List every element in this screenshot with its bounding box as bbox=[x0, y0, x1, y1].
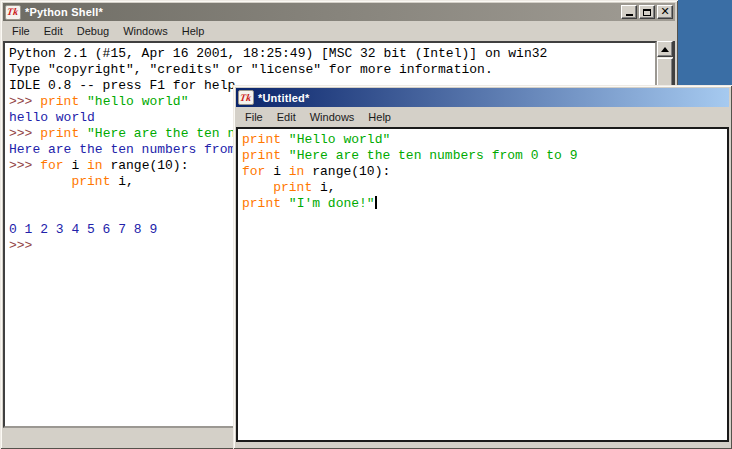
code-token: for bbox=[40, 158, 63, 173]
shell-menu-file[interactable]: File bbox=[5, 23, 37, 39]
close-button[interactable]: ✕ bbox=[657, 5, 673, 19]
editor-menu-file[interactable]: File bbox=[238, 109, 270, 125]
code-token: print bbox=[242, 132, 281, 147]
code-line: print "Hello world" bbox=[242, 132, 727, 148]
code-token: for bbox=[242, 164, 265, 179]
code-token: >>> bbox=[9, 126, 40, 141]
code-token bbox=[281, 148, 289, 163]
code-token: print bbox=[242, 148, 281, 163]
shell-menubar: File Edit Debug Windows Help bbox=[3, 21, 675, 41]
editor-titlebar[interactable]: Tk *Untitled* bbox=[236, 88, 729, 107]
code-line: Python 2.1 (#15, Apr 16 2001, 18:25:49) … bbox=[9, 46, 655, 62]
arrow-up-icon bbox=[661, 47, 669, 52]
code-token: print bbox=[40, 94, 79, 109]
code-token: in bbox=[289, 164, 305, 179]
code-line: print "Here are the ten numbers from 0 t… bbox=[242, 148, 727, 164]
code-token: "Here are the ten numbers from 0 to 9 bbox=[289, 148, 578, 163]
code-token: range(10): bbox=[304, 164, 390, 179]
code-token: >>> bbox=[9, 94, 40, 109]
code-token: print bbox=[242, 196, 281, 211]
shell-window-title: *Python Shell* bbox=[25, 6, 103, 18]
code-token bbox=[281, 196, 289, 211]
editor-menubar: File Edit Windows Help bbox=[236, 107, 729, 127]
code-token: i, bbox=[312, 180, 335, 195]
code-token: print bbox=[273, 180, 312, 195]
code-token bbox=[79, 126, 87, 141]
code-token: i bbox=[265, 164, 288, 179]
code-token: IDLE 0.8 -- press F1 for help bbox=[9, 78, 235, 93]
code-token: >>> bbox=[9, 238, 40, 253]
minimize-button[interactable] bbox=[621, 5, 637, 19]
code-token: Type "copyright", "credits" or "license"… bbox=[9, 62, 493, 77]
code-token: i, bbox=[110, 174, 133, 189]
shell-menu-debug[interactable]: Debug bbox=[70, 23, 116, 39]
maximize-button[interactable] bbox=[639, 5, 655, 19]
editor-menu-windows[interactable]: Windows bbox=[303, 109, 362, 125]
code-token bbox=[281, 132, 289, 147]
code-line: Type "copyright", "credits" or "license"… bbox=[9, 62, 655, 78]
scroll-up-button[interactable] bbox=[657, 41, 673, 57]
text-cursor bbox=[375, 196, 377, 209]
code-token bbox=[9, 174, 71, 189]
code-line: print "I'm done!" bbox=[242, 196, 727, 212]
tk-app-icon[interactable]: Tk bbox=[5, 5, 21, 20]
editor-menu-help[interactable]: Help bbox=[361, 109, 398, 125]
maximize-icon bbox=[643, 9, 651, 16]
code-line: for i in range(10): bbox=[242, 164, 727, 180]
code-token bbox=[242, 180, 273, 195]
untitled-editor-window: Tk *Untitled* File Edit Windows Help pri… bbox=[233, 85, 732, 449]
code-line: print i, bbox=[242, 180, 727, 196]
code-token: 0 1 2 3 4 5 6 7 8 9 bbox=[9, 222, 157, 237]
code-token: Python 2.1 (#15, Apr 16 2001, 18:25:49) … bbox=[9, 46, 547, 61]
editor-menu-edit[interactable]: Edit bbox=[270, 109, 303, 125]
code-token: i bbox=[64, 158, 87, 173]
shell-menu-windows[interactable]: Windows bbox=[116, 23, 175, 39]
close-icon: ✕ bbox=[660, 6, 669, 18]
code-token: hello world bbox=[9, 110, 95, 125]
shell-menu-edit[interactable]: Edit bbox=[37, 23, 70, 39]
code-token: "hello world" bbox=[87, 94, 188, 109]
tk-app-icon[interactable]: Tk bbox=[238, 90, 254, 105]
code-token: print bbox=[71, 174, 110, 189]
code-token: >>> bbox=[9, 158, 40, 173]
minimize-icon bbox=[626, 14, 633, 16]
code-token: in bbox=[87, 158, 103, 173]
editor-window-title: *Untitled* bbox=[258, 92, 310, 104]
shell-caption-buttons: ✕ bbox=[621, 5, 673, 19]
code-token: "I'm done!" bbox=[289, 196, 375, 211]
editor-text-area[interactable]: print "Hello world"print "Here are the t… bbox=[236, 127, 729, 442]
code-token: "Hello world" bbox=[289, 132, 390, 147]
code-token bbox=[79, 94, 87, 109]
shell-menu-help[interactable]: Help bbox=[175, 23, 212, 39]
shell-titlebar[interactable]: Tk *Python Shell* ✕ bbox=[3, 3, 675, 21]
code-token: print bbox=[40, 126, 79, 141]
code-token: range(10): bbox=[103, 158, 189, 173]
